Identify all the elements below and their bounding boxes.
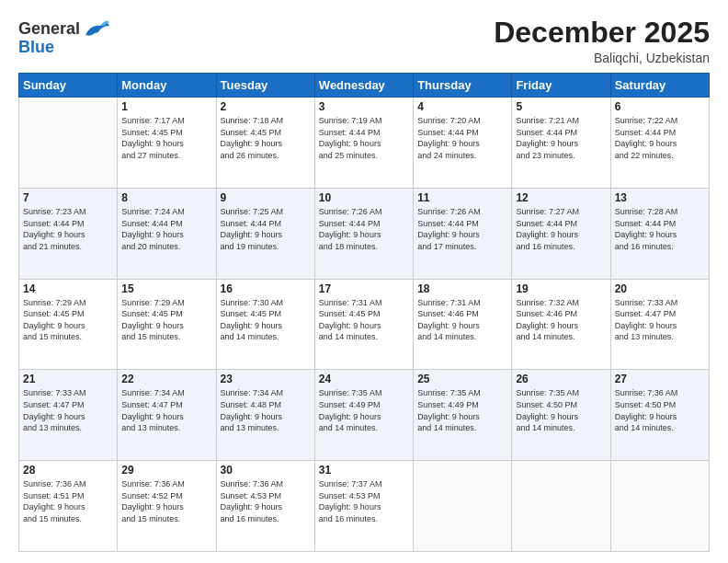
cell-info: Sunrise: 7:31 AM Sunset: 4:45 PM Dayligh… xyxy=(319,297,409,343)
table-row: 26Sunrise: 7:35 AM Sunset: 4:50 PM Dayli… xyxy=(512,370,610,461)
day-number: 14 xyxy=(23,282,113,295)
cell-info: Sunrise: 7:32 AM Sunset: 4:46 PM Dayligh… xyxy=(516,297,606,343)
table-row: 24Sunrise: 7:35 AM Sunset: 4:49 PM Dayli… xyxy=(314,370,413,461)
cell-info: Sunrise: 7:27 AM Sunset: 4:44 PM Dayligh… xyxy=(516,206,606,252)
table-row: 10Sunrise: 7:26 AM Sunset: 4:44 PM Dayli… xyxy=(314,188,413,279)
col-saturday: Saturday xyxy=(610,74,709,98)
calendar-week-row: 14Sunrise: 7:29 AM Sunset: 4:45 PM Dayli… xyxy=(19,279,710,370)
cell-info: Sunrise: 7:37 AM Sunset: 4:53 PM Dayligh… xyxy=(319,478,409,524)
table-row: 11Sunrise: 7:26 AM Sunset: 4:44 PM Dayli… xyxy=(414,188,512,279)
table-row xyxy=(512,461,610,552)
cell-info: Sunrise: 7:35 AM Sunset: 4:49 PM Dayligh… xyxy=(417,387,507,433)
day-number: 13 xyxy=(615,191,705,204)
calendar-week-row: 28Sunrise: 7:36 AM Sunset: 4:51 PM Dayli… xyxy=(19,461,710,552)
cell-info: Sunrise: 7:24 AM Sunset: 4:44 PM Dayligh… xyxy=(121,206,211,252)
table-row: 23Sunrise: 7:34 AM Sunset: 4:48 PM Dayli… xyxy=(216,370,314,461)
cell-info: Sunrise: 7:25 AM Sunset: 4:44 PM Dayligh… xyxy=(221,206,311,252)
col-wednesday: Wednesday xyxy=(314,74,413,98)
day-number: 6 xyxy=(615,100,705,113)
cell-info: Sunrise: 7:36 AM Sunset: 4:51 PM Dayligh… xyxy=(23,478,113,524)
table-row: 30Sunrise: 7:36 AM Sunset: 4:53 PM Dayli… xyxy=(216,461,314,552)
day-number: 24 xyxy=(319,373,409,385)
cell-info: Sunrise: 7:30 AM Sunset: 4:45 PM Dayligh… xyxy=(221,297,311,343)
cell-info: Sunrise: 7:17 AM Sunset: 4:45 PM Dayligh… xyxy=(121,115,211,161)
col-tuesday: Tuesday xyxy=(216,74,314,98)
header: General Blue December 2025 Baliqchi, Uzb… xyxy=(18,17,710,65)
day-number: 9 xyxy=(221,191,311,204)
day-number: 22 xyxy=(121,373,211,385)
day-number: 26 xyxy=(516,373,606,385)
col-monday: Monday xyxy=(118,74,216,98)
day-number: 19 xyxy=(516,282,606,295)
cell-info: Sunrise: 7:31 AM Sunset: 4:46 PM Dayligh… xyxy=(417,297,507,343)
day-number: 31 xyxy=(319,464,409,477)
day-number: 4 xyxy=(417,100,507,113)
day-number: 11 xyxy=(417,191,507,204)
table-row: 7Sunrise: 7:23 AM Sunset: 4:44 PM Daylig… xyxy=(19,188,118,279)
cell-info: Sunrise: 7:23 AM Sunset: 4:44 PM Dayligh… xyxy=(23,206,113,252)
day-number: 21 xyxy=(23,373,113,385)
table-row: 2Sunrise: 7:18 AM Sunset: 4:45 PM Daylig… xyxy=(216,98,314,189)
table-row: 5Sunrise: 7:21 AM Sunset: 4:44 PM Daylig… xyxy=(512,98,610,189)
cell-info: Sunrise: 7:18 AM Sunset: 4:45 PM Dayligh… xyxy=(221,115,311,161)
cell-info: Sunrise: 7:36 AM Sunset: 4:53 PM Dayligh… xyxy=(221,478,311,524)
day-number: 1 xyxy=(121,100,211,113)
col-sunday: Sunday xyxy=(19,74,118,98)
cell-info: Sunrise: 7:26 AM Sunset: 4:44 PM Dayligh… xyxy=(319,206,409,252)
logo-general: General xyxy=(18,20,80,39)
day-number: 29 xyxy=(121,464,211,477)
table-row xyxy=(414,461,512,552)
cell-info: Sunrise: 7:36 AM Sunset: 4:52 PM Dayligh… xyxy=(121,478,211,524)
table-row: 19Sunrise: 7:32 AM Sunset: 4:46 PM Dayli… xyxy=(512,279,610,370)
table-row: 12Sunrise: 7:27 AM Sunset: 4:44 PM Dayli… xyxy=(512,188,610,279)
title-block: December 2025 Baliqchi, Uzbekistan xyxy=(494,17,710,65)
col-friday: Friday xyxy=(512,74,610,98)
cell-info: Sunrise: 7:34 AM Sunset: 4:48 PM Dayligh… xyxy=(221,387,311,433)
day-number: 5 xyxy=(516,100,606,113)
page: General Blue December 2025 Baliqchi, Uzb… xyxy=(0,0,728,563)
calendar-subtitle: Baliqchi, Uzbekistan xyxy=(494,51,710,65)
calendar-table: Sunday Monday Tuesday Wednesday Thursday… xyxy=(18,73,710,552)
col-thursday: Thursday xyxy=(414,74,512,98)
table-row xyxy=(19,98,118,189)
cell-info: Sunrise: 7:35 AM Sunset: 4:50 PM Dayligh… xyxy=(516,387,606,433)
table-row: 16Sunrise: 7:30 AM Sunset: 4:45 PM Dayli… xyxy=(216,279,314,370)
table-row: 28Sunrise: 7:36 AM Sunset: 4:51 PM Dayli… xyxy=(19,461,118,552)
day-number: 28 xyxy=(23,464,113,477)
day-number: 18 xyxy=(417,282,507,295)
table-row: 8Sunrise: 7:24 AM Sunset: 4:44 PM Daylig… xyxy=(118,188,216,279)
calendar-week-row: 21Sunrise: 7:33 AM Sunset: 4:47 PM Dayli… xyxy=(19,370,710,461)
table-row: 14Sunrise: 7:29 AM Sunset: 4:45 PM Dayli… xyxy=(19,279,118,370)
day-number: 3 xyxy=(319,100,409,113)
cell-info: Sunrise: 7:21 AM Sunset: 4:44 PM Dayligh… xyxy=(516,115,606,161)
table-row: 20Sunrise: 7:33 AM Sunset: 4:47 PM Dayli… xyxy=(610,279,709,370)
table-row: 17Sunrise: 7:31 AM Sunset: 4:45 PM Dayli… xyxy=(314,279,413,370)
calendar-week-row: 1Sunrise: 7:17 AM Sunset: 4:45 PM Daylig… xyxy=(19,98,710,189)
table-row: 13Sunrise: 7:28 AM Sunset: 4:44 PM Dayli… xyxy=(610,188,709,279)
cell-info: Sunrise: 7:35 AM Sunset: 4:49 PM Dayligh… xyxy=(319,387,409,433)
table-row: 1Sunrise: 7:17 AM Sunset: 4:45 PM Daylig… xyxy=(118,98,216,189)
day-number: 2 xyxy=(221,100,311,113)
table-row: 3Sunrise: 7:19 AM Sunset: 4:44 PM Daylig… xyxy=(314,98,413,189)
calendar-title: December 2025 xyxy=(494,17,710,49)
logo-bird-icon xyxy=(82,17,111,42)
cell-info: Sunrise: 7:19 AM Sunset: 4:44 PM Dayligh… xyxy=(319,115,409,161)
day-number: 16 xyxy=(221,282,311,295)
day-number: 23 xyxy=(221,373,311,385)
day-number: 10 xyxy=(319,191,409,204)
cell-info: Sunrise: 7:36 AM Sunset: 4:50 PM Dayligh… xyxy=(615,387,705,433)
day-number: 12 xyxy=(516,191,606,204)
table-row: 18Sunrise: 7:31 AM Sunset: 4:46 PM Dayli… xyxy=(414,279,512,370)
cell-info: Sunrise: 7:28 AM Sunset: 4:44 PM Dayligh… xyxy=(615,206,705,252)
cell-info: Sunrise: 7:29 AM Sunset: 4:45 PM Dayligh… xyxy=(23,297,113,343)
table-row: 9Sunrise: 7:25 AM Sunset: 4:44 PM Daylig… xyxy=(216,188,314,279)
calendar-week-row: 7Sunrise: 7:23 AM Sunset: 4:44 PM Daylig… xyxy=(19,188,710,279)
table-row: 29Sunrise: 7:36 AM Sunset: 4:52 PM Dayli… xyxy=(118,461,216,552)
logo-blue: Blue xyxy=(18,39,54,57)
table-row: 22Sunrise: 7:34 AM Sunset: 4:47 PM Dayli… xyxy=(118,370,216,461)
table-row: 4Sunrise: 7:20 AM Sunset: 4:44 PM Daylig… xyxy=(414,98,512,189)
table-row: 27Sunrise: 7:36 AM Sunset: 4:50 PM Dayli… xyxy=(610,370,709,461)
day-number: 17 xyxy=(319,282,409,295)
day-number: 15 xyxy=(121,282,211,295)
table-row: 31Sunrise: 7:37 AM Sunset: 4:53 PM Dayli… xyxy=(314,461,413,552)
